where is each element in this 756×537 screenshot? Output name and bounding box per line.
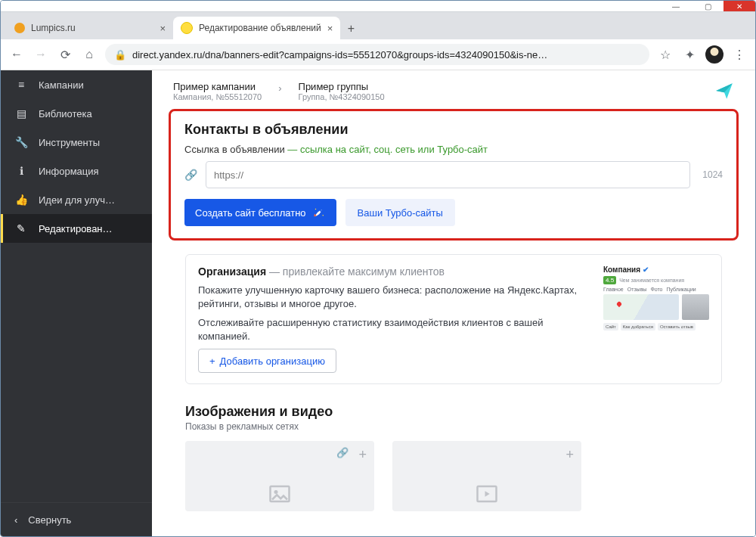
browser-tab[interactable]: Lumpics.ru ×	[7, 17, 173, 39]
browser-tab-active[interactable]: Редактирование объявлений ×	[173, 17, 340, 39]
create-site-button[interactable]: Создать сайт бесплатно	[184, 199, 336, 226]
sidebar-item-campaigns[interactable]: ≡Кампании	[1, 70, 152, 99]
browser-tabstrip: Lumpics.ru × Редактирование объявлений ×…	[1, 12, 755, 39]
tab-label: Редактирование объявлений	[199, 23, 321, 33]
sidebar-collapse-label: Свернуть	[28, 514, 71, 526]
turbo-sites-button[interactable]: Ваши Турбо-сайты	[345, 199, 455, 226]
svg-point-4	[274, 490, 278, 494]
image-icon	[266, 483, 293, 505]
paper-plane-icon	[714, 81, 734, 101]
button-label: Создать сайт бесплатно	[195, 207, 306, 219]
extensions-icon[interactable]: ✦	[681, 46, 698, 63]
tab-close-icon[interactable]: ×	[327, 23, 333, 34]
window-max-button[interactable]: ▢	[692, 1, 723, 11]
main-content: Пример кампании Кампания, №55512070 › Пр…	[152, 70, 755, 536]
media-subheading: Показы в рекламных сетях	[185, 421, 722, 432]
breadcrumb-title: Пример кампании	[173, 81, 262, 92]
contacts-card: Контакты в объявлении Ссылка в объявлени…	[169, 109, 739, 241]
nav-reload-button[interactable]: ⟳	[57, 46, 73, 63]
profile-avatar[interactable]	[705, 45, 723, 64]
tab-favicon	[14, 23, 25, 33]
svg-point-0	[320, 210, 321, 212]
plus-icon: +	[565, 447, 574, 463]
left-sidebar: ≡Кампании ▤Библиотека 🔧Инструменты ℹИнфо…	[1, 70, 152, 536]
sidebar-item-library[interactable]: ▤Библиотека	[1, 99, 152, 128]
sidebar-item-tools[interactable]: 🔧Инструменты	[1, 128, 152, 157]
plus-icon: +	[209, 355, 215, 367]
nav-forward-button[interactable]: →	[33, 46, 49, 63]
sidebar-item-label: Библиотека	[39, 108, 92, 120]
window-close-button[interactable]: ✕	[723, 1, 755, 11]
link-icon: 🔗	[184, 169, 198, 181]
org-preview: Компания ✔ 4.5Чем занимается компания Гл…	[603, 265, 709, 331]
tab-close-icon[interactable]: ×	[160, 23, 166, 34]
browser-toolbar: ← → ⟳ ⌂ 🔒 direct.yandex.ru/dna/banners-e…	[1, 39, 755, 70]
list-icon: ≡	[14, 79, 28, 91]
add-org-button[interactable]: +Добавить организацию	[198, 349, 336, 373]
nav-back-button[interactable]: ←	[8, 46, 25, 63]
plus-icon: +	[358, 447, 367, 463]
org-text: Отслеживайте расширенную статистику взаи…	[198, 316, 590, 343]
sidebar-item-label: Информация	[39, 166, 99, 177]
sidebar-item-label: Инструменты	[39, 137, 100, 148]
add-image-card[interactable]: + 🔗	[185, 441, 374, 511]
lock-icon: 🔒	[114, 49, 126, 61]
wrench-icon: 🔧	[14, 136, 28, 148]
button-label: Добавить организацию	[220, 355, 325, 367]
sidebar-item-info[interactable]: ℹИнформация	[1, 157, 152, 185]
window-min-button[interactable]: —	[660, 1, 692, 11]
new-tab-button[interactable]: +	[340, 18, 361, 39]
nav-home-button[interactable]: ⌂	[81, 46, 98, 63]
breadcrumb-sub: Группа, №4324090150	[299, 92, 385, 101]
breadcrumb-group[interactable]: Пример группы Группа, №4324090150	[299, 81, 385, 101]
link-icon: 🔗	[336, 447, 349, 458]
address-bar[interactable]: 🔒 direct.yandex.ru/dna/banners-edit?camp…	[105, 44, 649, 65]
sidebar-item-editing[interactable]: ✎Редактирован…	[1, 214, 152, 243]
char-counter: 1024	[702, 169, 723, 180]
org-title: Организация — привлекайте максимум клиен…	[198, 265, 590, 278]
breadcrumb-sub: Кампания, №55512070	[173, 92, 262, 101]
window-titlebar: — ▢ ✕	[1, 1, 755, 12]
thumb-up-icon: 👍	[14, 194, 28, 206]
chevron-left-icon: ‹	[14, 514, 17, 526]
chevron-right-icon: ›	[278, 82, 281, 94]
breadcrumb-campaign[interactable]: Пример кампании Кампания, №55512070	[173, 81, 262, 101]
bookmark-star-icon[interactable]: ☆	[657, 46, 674, 63]
send-button[interactable]	[714, 81, 734, 101]
browser-menu-icon[interactable]: ⋮	[731, 46, 748, 63]
sidebar-item-label: Идеи для улуч…	[39, 194, 115, 206]
video-icon	[473, 483, 500, 505]
contacts-heading: Контакты в объявлении	[184, 122, 723, 138]
pencil-icon: ✎	[14, 222, 28, 234]
sidebar-item-label: Редактирован…	[39, 223, 113, 234]
sidebar-collapse-button[interactable]: ‹Свернуть	[1, 502, 152, 536]
svg-point-2	[322, 215, 324, 216]
tab-favicon	[181, 22, 193, 34]
library-icon: ▤	[14, 107, 28, 120]
rocket-icon	[312, 206, 326, 219]
org-text: Покажите улучшенную карточку вашего бизн…	[198, 284, 590, 310]
sidebar-item-label: Кампании	[39, 79, 84, 91]
breadcrumb-title: Пример группы	[299, 81, 385, 92]
sidebar-item-ideas[interactable]: 👍Идеи для улуч…	[1, 185, 152, 214]
link-input[interactable]	[206, 161, 690, 188]
breadcrumb-bar: Пример кампании Кампания, №55512070 › Пр…	[152, 70, 755, 109]
svg-point-1	[314, 209, 316, 210]
org-card: Организация — привлекайте максимум клиен…	[185, 254, 722, 384]
media-heading: Изображения и видео	[185, 404, 722, 420]
add-video-card[interactable]: +	[392, 441, 581, 511]
tab-label: Lumpics.ru	[31, 23, 76, 33]
contacts-sublabel: Ссылка в объявлении — ссылка на сайт, со…	[184, 144, 723, 155]
info-icon: ℹ	[14, 165, 28, 177]
url-text: direct.yandex.ru/dna/banners-edit?campai…	[132, 49, 547, 61]
